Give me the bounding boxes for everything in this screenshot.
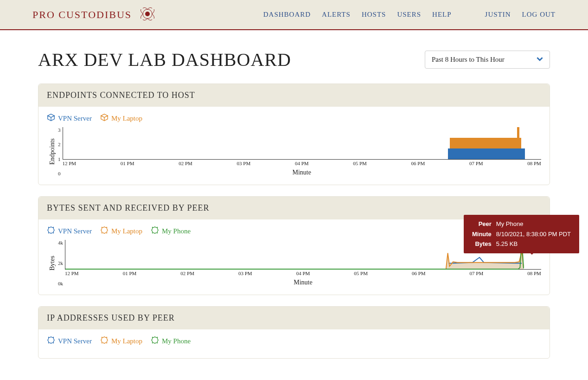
x-axis-label: Minute [63,169,542,176]
main-nav: DASHBOARD ALERTS HOSTS USERS HELP JUSTIN… [263,11,556,19]
nav-hosts[interactable]: HOSTS [362,11,386,19]
brand-text: PRO CUSTODIBUS [32,9,132,21]
legend-label: VPN Server [58,227,92,235]
badge-icon [47,336,55,346]
badge-icon [151,336,159,346]
badge-icon [47,226,55,236]
legend-vpn-server[interactable]: VPN Server [47,113,92,123]
time-range-select[interactable]: Past 8 Hours to This Hour [425,51,550,69]
panel-bytes: BYTES SENT AND RECEIVED BY PEER VPN Serv… [38,196,550,295]
legend-label: VPN Server [58,337,92,345]
legend-label: My Phone [162,227,191,235]
brand-logo-icon [138,5,157,25]
legend-my-laptop[interactable]: My Laptop [100,336,142,346]
legend-my-laptop[interactable]: My Laptop [100,113,142,123]
chevron-down-icon [537,56,543,64]
endpoints-legend: VPN Server My Laptop [47,113,541,123]
svg-point-1 [145,12,150,16]
x-axis-label: Minute [65,279,541,286]
badge-icon [100,336,109,346]
badge-icon [151,226,159,236]
nav-help[interactable]: HELP [432,11,452,19]
legend-label: My Laptop [111,115,142,122]
panel-ips-title: IP ADDRESSES USED BY PEER [38,307,550,329]
endpoints-chart: Endpoints 3210 12 PM01 PM02 PM03 PM04 PM… [47,127,541,176]
time-range-value: Past 8 Hours to This Hour [432,56,505,63]
legend-my-phone[interactable]: My Phone [151,336,191,346]
chart-tooltip: PeerMy Phone Minute8/10/2021, 8:38:00 PM… [464,215,579,253]
x-axis-ticks: 12 PM01 PM02 PM03 PM04 PM05 PM06 PM07 PM… [65,270,541,276]
y-axis-ticks: 3210 [58,127,63,176]
panel-ips: IP ADDRESSES USED BY PEER VPN Server My … [38,306,550,359]
nav-spacer [463,11,474,19]
x-axis-ticks: 12 PM01 PM02 PM03 PM04 PM05 PM06 PM07 PM… [63,160,542,166]
nav-current-user[interactable]: JUSTIN [485,11,511,19]
y-axis-label: Bytes [47,240,58,286]
endpoints-plot[interactable] [63,127,542,160]
legend-label: My Phone [162,337,191,345]
legend-my-phone[interactable]: My Phone [151,226,191,236]
panel-endpoints-title: ENDPOINTS CONNECTED TO HOST [38,84,550,107]
legend-label: VPN Server [58,115,92,122]
legend-label: My Laptop [111,337,142,345]
nav-logout[interactable]: LOG OUT [522,11,556,19]
legend-vpn-server[interactable]: VPN Server [47,336,92,346]
title-row: ARX DEV LAB DASHBOARD Past 8 Hours to Th… [38,49,550,71]
nav-alerts[interactable]: ALERTS [322,11,351,19]
nav-dashboard[interactable]: DASHBOARD [263,11,311,19]
brand[interactable]: PRO CUSTODIBUS [32,5,157,25]
cube-icon [47,113,55,123]
ips-legend: VPN Server My Laptop My Phone [47,336,541,346]
legend-vpn-server[interactable]: VPN Server [47,226,92,236]
tooltip-bytes-value: 5.25 KB [494,239,573,249]
badge-icon [100,226,109,236]
legend-my-laptop[interactable]: My Laptop [100,226,142,236]
page-title: ARX DEV LAB DASHBOARD [38,49,291,71]
panel-endpoints: ENDPOINTS CONNECTED TO HOST VPN Server M… [38,84,550,185]
nav-users[interactable]: USERS [397,11,421,19]
tooltip-minute-label: Minute [470,230,493,239]
top-bar: PRO CUSTODIBUS DASHBOARD ALERTS HOSTS US… [0,0,588,30]
legend-label: My Laptop [111,227,142,235]
y-axis-ticks: 4k2k0k [58,240,65,286]
tooltip-bytes-label: Bytes [470,239,493,249]
cube-icon [100,113,109,123]
tooltip-peer-value: My Phone [494,219,573,229]
main-content: ARX DEV LAB DASHBOARD Past 8 Hours to Th… [0,30,588,359]
y-axis-label: Endpoints [47,127,58,176]
tooltip-peer-label: Peer [470,219,493,229]
tooltip-minute-value: 8/10/2021, 8:38:00 PM PDT [494,230,573,239]
